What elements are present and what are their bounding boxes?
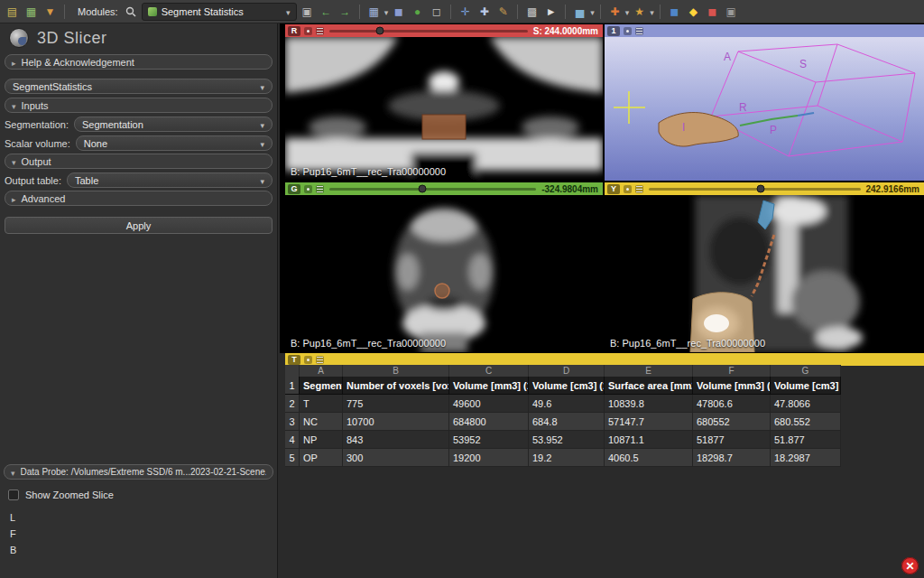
- save-scene-icon[interactable]: ▼: [42, 3, 59, 20]
- table-cell[interactable]: 684800: [449, 413, 529, 431]
- table-cell[interactable]: 10839.8: [605, 395, 693, 413]
- header-cell[interactable]: Volume [mm3] (2): [693, 377, 771, 395]
- layout-chevron-icon[interactable]: [384, 6, 389, 17]
- module-name-dropdown[interactable]: SegmentStatistics: [5, 79, 273, 94]
- row-number[interactable]: 4: [285, 431, 300, 449]
- table-cell[interactable]: 49600: [449, 395, 529, 413]
- slider-track[interactable]: [649, 188, 861, 191]
- table-cell[interactable]: NP: [300, 431, 343, 449]
- table-cell[interactable]: NC: [300, 413, 343, 431]
- modules-search-icon[interactable]: [123, 3, 140, 20]
- table-cell[interactable]: 19200: [449, 449, 529, 467]
- table-cell[interactable]: 680552: [693, 413, 771, 431]
- header-cell[interactable]: Volume [cm3] (1): [529, 377, 605, 395]
- row-number[interactable]: 2: [285, 395, 300, 413]
- table-cell[interactable]: 10871.1: [605, 431, 693, 449]
- view-options-icon[interactable]: [635, 27, 643, 35]
- view-options-icon[interactable]: [316, 356, 324, 364]
- table-cell[interactable]: 47806.6: [693, 395, 771, 413]
- data-probe-header[interactable]: Data Probe: /Volumes/Extreme SSD/6 m...2…: [4, 464, 273, 480]
- header-cell[interactable]: Volume [mm3] (1): [449, 377, 529, 395]
- red-view-menu-button[interactable]: R: [288, 26, 300, 36]
- table-view-menu-button[interactable]: T: [288, 355, 300, 365]
- yellow-slice-slider[interactable]: [647, 182, 863, 195]
- pin-icon[interactable]: [624, 27, 632, 35]
- show-zoomed-checkbox[interactable]: [8, 489, 19, 500]
- segmentation-select[interactable]: Segmentation: [74, 117, 273, 132]
- load-data-icon[interactable]: ▤: [4, 3, 21, 20]
- view-options-icon[interactable]: [316, 27, 324, 35]
- pin-icon[interactable]: [624, 185, 632, 193]
- plot-icon[interactable]: ▅: [571, 3, 588, 20]
- slider-handle[interactable]: [376, 27, 384, 35]
- python-console-icon[interactable]: ◆: [685, 3, 702, 20]
- table-cell[interactable]: 18298.7: [693, 449, 771, 467]
- output-collapsible[interactable]: Output: [5, 154, 273, 169]
- header-cell[interactable]: Number of voxels [voxels]: [343, 377, 449, 395]
- pin-icon[interactable]: [304, 185, 312, 193]
- slider-handle[interactable]: [418, 185, 426, 193]
- scalar-volume-select[interactable]: None: [76, 135, 273, 151]
- help-collapsible[interactable]: Help & Acknowledgement: [5, 54, 273, 70]
- header-cell[interactable]: Volume [cm3] (2): [771, 377, 841, 395]
- green-view-menu-button[interactable]: G: [288, 184, 300, 194]
- terminal-icon[interactable]: ▣: [723, 3, 740, 20]
- table-cell[interactable]: 49.6: [529, 395, 605, 413]
- table-cell[interactable]: 18.2987: [771, 449, 841, 467]
- table-cell[interactable]: 4060.5: [605, 449, 693, 467]
- table-cell[interactable]: 300: [343, 449, 449, 467]
- module-selector[interactable]: Segment Statistics: [142, 3, 297, 21]
- output-table-select[interactable]: Table: [67, 172, 273, 188]
- table-cell[interactable]: 53952: [449, 431, 529, 449]
- comet-icon[interactable]: ★: [631, 3, 648, 20]
- markups-icon[interactable]: ✚: [606, 3, 624, 20]
- error-log-icon[interactable]: ◼: [704, 3, 721, 20]
- yellow-slice-view[interactable]: B: Pup16_6mT__rec_Tra00000000: [605, 195, 924, 352]
- table-cell[interactable]: 684.8: [529, 413, 605, 431]
- header-cell[interactable]: Segment: [300, 377, 343, 395]
- table-cell[interactable]: 680.552: [771, 413, 841, 431]
- table-cell[interactable]: 51877: [693, 431, 771, 449]
- comet-chevron-icon[interactable]: [650, 6, 654, 17]
- history-forward-icon[interactable]: →: [337, 3, 354, 20]
- threed-view-menu-button[interactable]: 1: [607, 26, 620, 36]
- slice-intersections-icon[interactable]: ✚: [476, 3, 493, 20]
- annotate-icon[interactable]: ✎: [494, 3, 512, 20]
- table-cell[interactable]: 47.8066: [771, 395, 841, 413]
- slider-track[interactable]: [329, 30, 528, 33]
- column-letter[interactable]: G: [771, 365, 841, 377]
- history-back-icon[interactable]: ←: [318, 3, 335, 20]
- close-button[interactable]: ✕: [901, 557, 919, 574]
- view-options-icon[interactable]: [316, 185, 324, 193]
- column-letter[interactable]: F: [693, 365, 771, 377]
- column-letter[interactable]: B: [343, 365, 449, 377]
- yellow-view-menu-button[interactable]: Y: [607, 184, 620, 194]
- table-cell[interactable]: 53.952: [529, 431, 605, 449]
- advanced-collapsible[interactable]: Advanced: [5, 191, 273, 206]
- views-cube-icon[interactable]: ◼: [390, 3, 407, 20]
- inputs-collapsible[interactable]: Inputs: [5, 98, 273, 113]
- column-letter[interactable]: C: [449, 365, 529, 377]
- markups-chevron-icon[interactable]: [625, 6, 630, 17]
- pin-icon[interactable]: [304, 356, 312, 364]
- table-cell[interactable]: 775: [343, 395, 449, 413]
- table-cell[interactable]: OP: [300, 449, 343, 467]
- extensions-manager-icon[interactable]: ▩: [523, 3, 541, 20]
- plot-chevron-icon[interactable]: [590, 6, 595, 17]
- crosshair-icon[interactable]: ✛: [457, 3, 474, 20]
- table-cell[interactable]: 19.2: [529, 449, 605, 467]
- home-module-icon[interactable]: ◼: [666, 3, 683, 20]
- row-number[interactable]: 5: [285, 449, 300, 467]
- load-dicom-icon[interactable]: ▦: [23, 3, 40, 20]
- table-cell[interactable]: 843: [343, 431, 449, 449]
- table-cell[interactable]: T: [300, 395, 343, 413]
- table-cell[interactable]: 51.877: [771, 431, 841, 449]
- screenshot-icon[interactable]: ●: [409, 3, 426, 20]
- slider-track[interactable]: [329, 188, 536, 191]
- slider-handle[interactable]: [757, 185, 765, 193]
- red-slice-slider[interactable]: [328, 24, 530, 37]
- green-slice-view[interactable]: B: Pup16_6mT__rec_Tra00000000: [285, 195, 603, 352]
- header-cell[interactable]: Surface area [mm2]: [605, 377, 693, 395]
- mouse-mode-icon[interactable]: ►: [542, 3, 559, 20]
- scene-view-icon[interactable]: ◻: [428, 3, 445, 20]
